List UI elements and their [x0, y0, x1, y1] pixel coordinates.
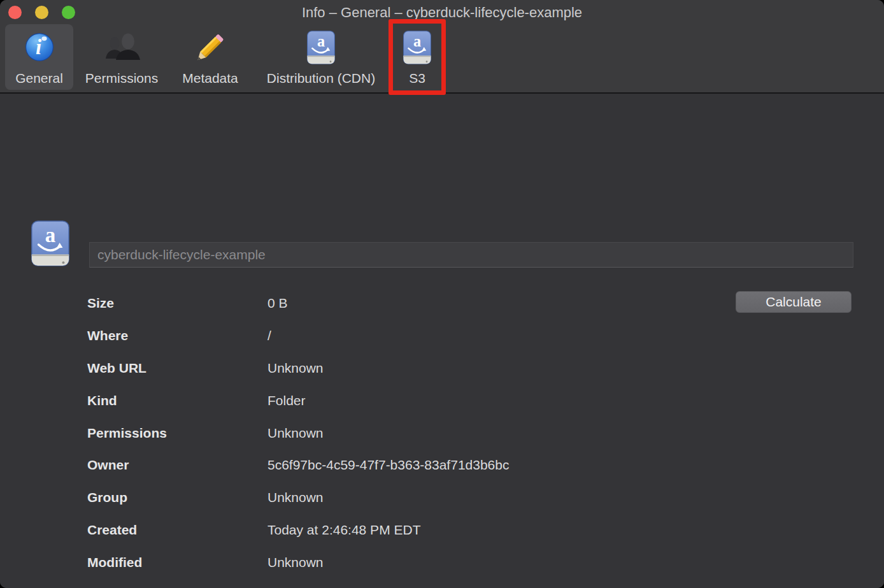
window-chrome: Info – General – cyberduck-lifecycle-exa…	[0, 0, 884, 94]
row-modified: Modified Unknown	[87, 546, 859, 578]
close-button[interactable]	[8, 6, 22, 19]
tab-label: Distribution (CDN)	[267, 70, 375, 87]
minimize-button[interactable]	[35, 6, 48, 19]
row-value: /	[267, 328, 271, 343]
filename-field[interactable]	[89, 242, 853, 268]
general-panel: Size 0 B Where / Web URL Unknown Kind Fo…	[0, 94, 884, 588]
info-rows: Size 0 B Where / Web URL Unknown Kind Fo…	[87, 287, 859, 588]
row-label: Kind	[87, 393, 267, 408]
row-value: Today at 2:46:48 PM EDT	[267, 522, 420, 538]
row-created: Created Today at 2:46:48 PM EDT	[87, 514, 859, 547]
tab-distribution-cdn[interactable]: Distribution (CDN)	[250, 24, 392, 90]
tab-general[interactable]: General	[5, 24, 73, 90]
amazon-drive-icon	[306, 24, 336, 70]
toolbar: General Permissions Metadata Distributio…	[0, 24, 884, 92]
calculate-button[interactable]: Calculate	[736, 291, 852, 313]
people-icon	[101, 24, 142, 70]
tab-s3[interactable]: S3	[395, 24, 439, 90]
row-where: Where /	[87, 320, 859, 352]
row-label: Web URL	[87, 361, 267, 376]
row-value: Folder	[267, 393, 306, 408]
row-label: Size	[87, 296, 267, 311]
row-checksum: Checksum Unknown	[87, 578, 859, 588]
row-label: Modified	[87, 555, 267, 570]
row-owner: Owner 5c6f97bc-4c59-47f7-b363-83af71d3b6…	[87, 449, 859, 482]
info-icon	[24, 24, 55, 70]
zoom-button[interactable]	[62, 6, 75, 19]
row-group: Group Unknown	[87, 482, 859, 514]
traffic-lights	[8, 6, 75, 19]
tab-label: Permissions	[85, 70, 158, 87]
row-label: Group	[87, 490, 267, 505]
tab-label: Metadata	[182, 70, 238, 87]
row-value: Unknown	[267, 426, 324, 441]
row-value: Unknown	[267, 361, 324, 376]
row-permissions: Permissions Unknown	[87, 417, 859, 449]
info-window: Info – General – cyberduck-lifecycle-exa…	[0, 0, 884, 588]
tab-metadata[interactable]: Metadata	[171, 24, 249, 90]
titlebar[interactable]: Info – General – cyberduck-lifecycle-exa…	[0, 0, 884, 24]
row-kind: Kind Folder	[87, 384, 859, 417]
row-value: Unknown	[267, 490, 324, 505]
row-value: 5c6f97bc-4c59-47f7-b363-83af71d3b6bc	[267, 457, 509, 473]
row-value: Unknown	[267, 555, 324, 570]
amazon-drive-icon	[403, 24, 432, 70]
window-title: Info – General – cyberduck-lifecycle-exa…	[0, 0, 884, 24]
tab-permissions[interactable]: Permissions	[75, 24, 169, 90]
tab-label: S3	[409, 70, 425, 87]
row-value: 0 B	[267, 296, 288, 311]
row-web-url: Web URL Unknown	[87, 352, 859, 385]
row-label: Owner	[87, 457, 267, 473]
row-label: Created	[87, 522, 267, 538]
row-label: Where	[87, 328, 267, 343]
amazon-drive-icon	[30, 220, 71, 266]
row-label: Permissions	[87, 426, 267, 441]
tab-label: General	[15, 70, 63, 87]
pencil-icon	[192, 24, 229, 70]
